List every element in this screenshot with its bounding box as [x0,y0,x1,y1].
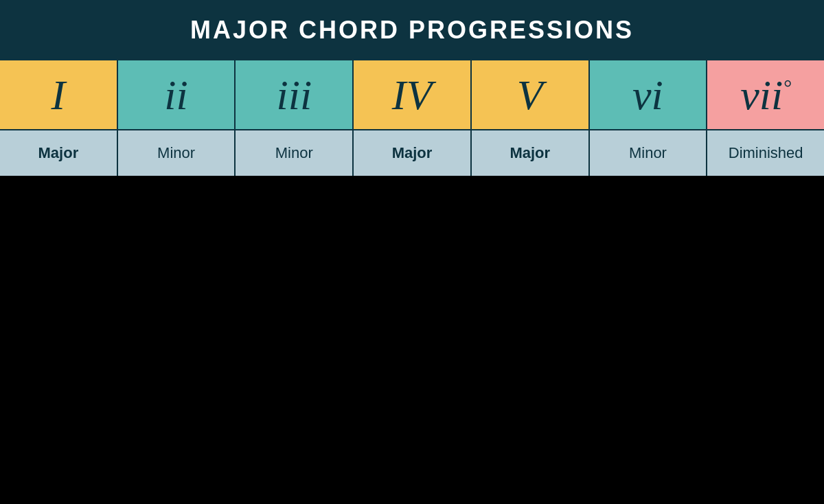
chord-numeral-box-2: iii [236,60,352,129]
chord-cell-6: vii°Diminished [707,60,824,176]
chord-quality-box-3: Major [354,129,470,176]
chord-table: IMajoriiMinoriiiMinorIVMajorVMajorviMino… [0,60,824,176]
chord-numeral-6: vii° [740,73,791,116]
chord-cell-0: IMajor [0,60,118,176]
chord-quality-label-2: Minor [275,144,313,162]
chord-numeral-box-3: IV [354,60,470,129]
chord-numeral-3: IV [392,73,433,116]
chord-numeral-box-0: I [0,60,117,129]
chord-quality-label-6: Diminished [729,144,803,162]
chord-quality-label-4: Major [510,144,550,162]
chord-quality-box-4: Major [472,129,588,176]
chord-quality-box-6: Diminished [707,129,824,176]
chord-quality-label-1: Minor [157,144,195,162]
chord-numeral-4: V [517,73,543,116]
chord-numeral-1: ii [164,73,187,116]
chord-cell-5: viMinor [590,60,708,176]
chord-cell-4: VMajor [472,60,590,176]
page-title: MAJOR CHORD PROGRESSIONS [190,16,634,45]
chord-cell-2: iiiMinor [236,60,354,176]
chord-quality-box-5: Minor [590,129,707,176]
chord-quality-label-5: Minor [629,144,667,162]
chord-quality-label-3: Major [392,144,433,162]
chord-quality-box-2: Minor [236,129,352,176]
chord-numeral-2: iii [276,73,312,116]
chord-cell-3: IVMajor [354,60,472,176]
chord-numeral-box-6: vii° [707,60,824,129]
chord-quality-box-0: Major [0,129,117,176]
chord-numeral-box-4: V [472,60,588,129]
chord-cell-1: iiMinor [118,60,236,176]
chord-numeral-box-5: vi [590,60,707,129]
chord-numeral-0: I [52,73,66,116]
chord-quality-box-1: Minor [118,129,235,176]
chord-numeral-box-1: ii [118,60,235,129]
chord-quality-label-0: Major [38,144,79,162]
bottom-area [0,176,824,504]
chord-numeral-5: vi [632,73,663,116]
header: MAJOR CHORD PROGRESSIONS [0,0,824,60]
